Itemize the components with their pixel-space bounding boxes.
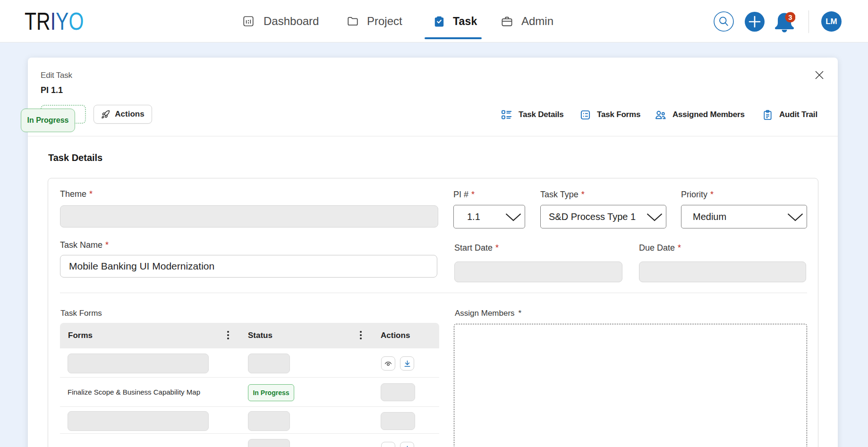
svg-text:3: 3 bbox=[788, 13, 792, 21]
